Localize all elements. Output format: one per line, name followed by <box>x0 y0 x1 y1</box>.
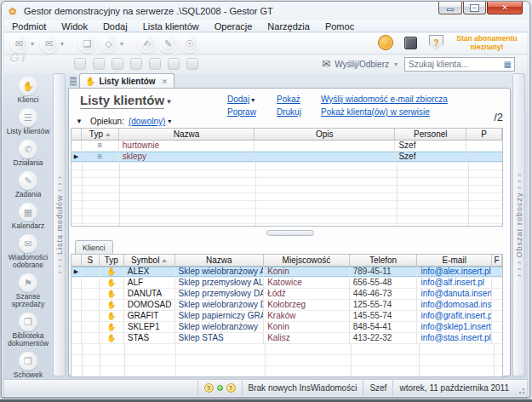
panel-splitter[interactable] <box>266 230 314 236</box>
send-receive-button[interactable]: ✉ Wyślij/Odbierz ▾ <box>322 58 398 70</box>
chevron-down-icon[interactable]: ▾ <box>120 40 123 48</box>
service-button[interactable]: ☉ <box>180 35 198 53</box>
add-document-icon[interactable] <box>186 58 198 70</box>
sidebar-item-schowek[interactable]: ❐ Schowek <box>4 352 52 379</box>
send-message-button[interactable]: ✉ <box>40 35 58 53</box>
menu-narzedzia[interactable]: Narzędzia <box>260 20 317 32</box>
table-row-grafit[interactable]: ✋ GRAFIT Sklep papierniczy GRAFIT Kraków… <box>72 311 502 322</box>
table-row-danuta[interactable]: ✋ DANUTA Sklep przemysłowy DANU Łódź 446… <box>72 289 502 300</box>
empty-rows <box>72 163 502 226</box>
table-row-sklepy-selected[interactable]: ▶ ≡ sklepy Szef <box>72 152 502 163</box>
operations-button[interactable]: ◇ <box>100 35 117 53</box>
close-button[interactable]: ✕ <box>487 2 523 14</box>
add-list-icon[interactable] <box>93 58 105 70</box>
email-link: info@stas.insert.pl <box>417 333 492 343</box>
row-selector-icon: ▶ <box>72 152 82 162</box>
online-status-icon <box>217 385 223 391</box>
menu-pomoc[interactable]: Pomoc <box>317 20 362 32</box>
shield-question-icon[interactable]: ? <box>429 35 443 51</box>
table-row-hurtownie[interactable]: ≡ hurtownie Szef <box>72 141 502 152</box>
sidebar-item-wiadomosci[interactable]: ✉ Wiadomości odebrane <box>4 234 52 269</box>
sidebar-item-label: Szanse sprzedaży <box>4 293 52 308</box>
email-link: info@sklep1.insert.p <box>417 322 492 332</box>
show-in-service-link[interactable]: Pokaż klienta(ów) w serwisie <box>321 107 448 117</box>
table-row-alex-selected[interactable]: ▶ ✋ ALEX Sklep wielobranżowy ALE Konin 7… <box>72 267 502 278</box>
status-messages[interactable]: Brak nowych InsWiadomości <box>242 380 363 396</box>
sidebar-item-biblioteka[interactable]: ❒ Biblioteka dokumentów <box>4 313 52 347</box>
quick-add-icons <box>74 58 205 70</box>
email-link: info@grafit.insert.pl <box>417 311 492 321</box>
cube-icon[interactable] <box>404 37 417 49</box>
page-title[interactable]: Listy klientów <box>80 93 164 109</box>
table-row-domosad[interactable]: ✋ DOMOSAD Sklep wielobranżowy DOM Kołobr… <box>72 300 502 311</box>
show-link[interactable]: Pokaż <box>277 95 321 104</box>
add-task-icon[interactable] <box>130 58 142 70</box>
sidebar-item-szanse[interactable]: ⚑ Szanse sprzedaży <box>4 273 52 308</box>
add-action-icon[interactable] <box>112 58 123 70</box>
chevron-down-icon[interactable]: ▾ <box>394 60 398 68</box>
search-grid-icon[interactable]: ▦ <box>504 60 514 69</box>
list-type-icon: ≡ <box>82 152 119 162</box>
tab-close-icon[interactable]: ✕ <box>162 78 169 86</box>
menu-widok[interactable]: Widok <box>54 20 95 32</box>
main-panel: Listy klientów ▾ Dodaj▾ Pokaż Wyślij wia… <box>68 88 511 376</box>
workspace-strip[interactable]: › › › Obszar roboczy › › › <box>512 73 525 376</box>
modules-list-strip[interactable]: › › › Lista modułów › › › <box>53 73 66 376</box>
filter-value-link[interactable]: (dowolny) <box>129 117 165 126</box>
tab-list-icon[interactable] <box>70 77 77 86</box>
help-question-icon[interactable]: ? <box>204 383 214 393</box>
status-user[interactable]: Szef <box>363 380 392 396</box>
chevron-down-icon[interactable]: ▾ <box>168 118 171 125</box>
sidebar-item-klienci[interactable]: ✋ Klienci <box>4 77 52 104</box>
add-client-icon[interactable] <box>74 58 86 70</box>
sidebar-item-listy-klientow[interactable]: ☰ Listy klientów <box>4 108 52 135</box>
chevron-down-icon[interactable]: ▾ <box>60 40 64 48</box>
client-type-icon: ✋ <box>100 311 124 321</box>
add-link[interactable]: Dodaj▾ <box>227 95 277 104</box>
stamp-sign-button[interactable]: ✍ <box>138 35 156 53</box>
table-row-sklep1[interactable]: ✋ SKLEP1 Sklep wielobranżowy Konin 848-5… <box>72 322 502 333</box>
edit-link[interactable]: Popraw <box>227 107 277 117</box>
send-bulk-email-link[interactable]: Wyślij wiadomość e-mail zbiorcza <box>321 95 448 104</box>
sidebar-item-dzialania[interactable]: ✆ Działania <box>4 140 52 167</box>
table-row-stas[interactable]: ✋ STAŚ Sklep STAŚ Kalisz 413-22-32 info@… <box>72 333 502 344</box>
add-chance-icon[interactable] <box>168 58 180 70</box>
menu-dodaj[interactable]: Dodaj <box>95 20 135 32</box>
search-input[interactable] <box>405 60 504 69</box>
menu-podmiot[interactable]: Podmiot <box>4 20 54 32</box>
toolbar-buttons: ✉ ▾ ✉ ▾ ❏ ◇ ▾ ✍ ✎ ☉ <box>10 35 202 53</box>
sidebar-item-label: Kalendarz <box>12 222 44 230</box>
menu-lista-klientow[interactable]: Lista klientów <box>135 20 207 32</box>
status-date: wtorek, 11 października 2011 <box>392 380 515 396</box>
chevron-down-icon[interactable]: ▾ <box>167 97 171 106</box>
chevron-down-icon: ▾ <box>251 96 255 104</box>
coin-icon[interactable] <box>378 35 393 50</box>
info-question-icon[interactable]: ? <box>226 383 236 393</box>
menu-operacje[interactable]: Operacje <box>207 20 260 32</box>
sidebar-item-zadania[interactable]: ✎ Zadania <box>4 171 52 198</box>
clients-subtab[interactable]: Klienci <box>75 240 113 254</box>
print-link[interactable]: Drukuj <box>277 107 321 117</box>
grid-header[interactable]: S Typ Symbol Nazwa Miejscowość Telefon E… <box>72 255 502 267</box>
actions-icon: ✆ <box>19 140 37 158</box>
edit-button[interactable]: ✎ <box>159 35 177 53</box>
clients-icon: ✋ <box>19 77 37 95</box>
sales-chances-icon: ⚑ <box>19 273 37 292</box>
sidebar-item-kalendarz[interactable]: ▦ Kalendarz <box>4 203 52 230</box>
sidebar-item-label: Klienci <box>17 96 38 104</box>
resize-grip[interactable] <box>515 380 527 396</box>
filter-collapse-icon[interactable]: ▼ <box>76 118 83 125</box>
sidebar-item-label: Zadania <box>15 191 42 198</box>
add-message-icon[interactable] <box>149 58 161 70</box>
empty-rows <box>72 344 502 376</box>
tab-listy-klientow[interactable]: ✋ Listy klientów ✕ <box>79 73 174 89</box>
minimize-button[interactable] <box>438 2 462 14</box>
chevron-down-icon[interactable]: ▾ <box>31 40 34 48</box>
grid-header[interactable]: Typ Nazwa Opis Personel P <box>72 129 502 141</box>
maximize-button[interactable] <box>463 2 486 14</box>
app-window: ✿ Gestor demonstracyjny na serwerze .\SQ… <box>1 1 530 398</box>
action-links: Dodaj▾ Pokaż Wyślij wiadomość e-mail zbi… <box>227 95 448 117</box>
library-button[interactable]: ❏ <box>78 35 96 53</box>
table-row-alf[interactable]: ✋ ALF Sklep przemysłowy ALF Katowice 656… <box>72 278 502 289</box>
send-receive-label: Wyślij/Odbierz <box>335 60 389 69</box>
